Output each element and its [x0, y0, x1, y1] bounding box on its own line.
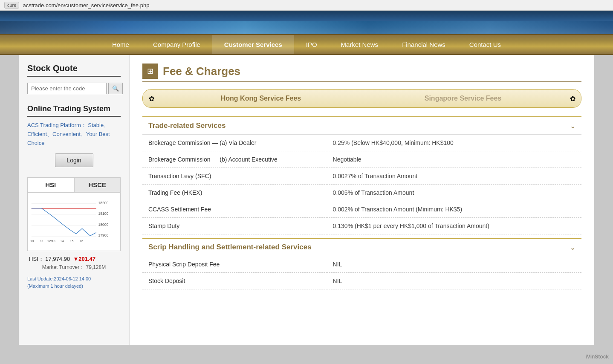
section-title-trade-related: Trade-related Services	[148, 121, 226, 130]
service-name: Physical Scrip Deposit Fee	[142, 256, 327, 273]
service-fee: NIL	[327, 273, 581, 289]
table-row: Trading Fee (HKEX)0.005% of Transaction …	[142, 185, 581, 201]
content-area: ⊞ Fee & Charges ✿ Hong Kong Service Fees…	[130, 55, 594, 345]
stock-quote-divider	[27, 76, 121, 77]
svg-text:10: 10	[30, 239, 34, 243]
stock-search-input[interactable]	[27, 83, 107, 94]
svg-text:15: 15	[70, 239, 73, 243]
chevron-icon-trade-related: ⌄	[570, 122, 575, 130]
nav-link-home[interactable]: Home	[100, 35, 141, 54]
table-row: CCASS Settlement Fee0.002% of Transactio…	[142, 201, 581, 218]
tab-sg-fees[interactable]: Singapore Service Fees	[362, 90, 564, 107]
nav-link-customer-services[interactable]: Customer Services	[212, 35, 294, 54]
service-fee: 0.130% (HK$1 per every HK$1,000 of Trans…	[327, 218, 581, 234]
nav-item-customer-services: Customer Services	[212, 35, 294, 54]
nav-link-contact-us[interactable]: Contact Us	[457, 35, 513, 54]
section-trade-related: Trade-related Services⌄Brokerage Commiss…	[142, 116, 581, 234]
hsi-value-row: HSI： 17,974.90 ▼201.47	[27, 255, 121, 263]
service-fee-tabs: ✿ Hong Kong Service Fees Singapore Servi…	[142, 89, 581, 108]
ots-title: Online Trading System	[27, 104, 121, 113]
nav-item-home: Home	[100, 35, 141, 54]
svg-text:14: 14	[60, 239, 64, 243]
service-fee: 0.25% (Below HK$40,000, Minimum: HK$100	[327, 135, 581, 151]
hsi-change: ▼201.47	[73, 256, 95, 262]
address-bar: cure acstrade.com/en/customer_service/se…	[0, 0, 613, 11]
svg-text:18200: 18200	[98, 201, 109, 205]
table-row: Brokerage Commission — (a) Via Dealer0.2…	[142, 135, 581, 151]
watermark: iVinStock	[586, 354, 609, 360]
index-tabs: HSI HSCE	[27, 177, 121, 192]
svg-text:18000: 18000	[98, 222, 109, 227]
hsi-chart: 18200 18100 18000 17900 10 11 12/13 14 1…	[27, 192, 121, 251]
svg-text:17900: 17900	[98, 234, 109, 238]
svg-text:16: 16	[80, 239, 83, 243]
section-scrip-handling: Scrip Handling and Settlement-related Se…	[142, 238, 581, 289]
service-name: Brokerage Commission — (b) Account Execu…	[142, 151, 327, 168]
secure-badge: cure	[4, 2, 19, 9]
nav-link-financial-news[interactable]: Financial News	[390, 35, 457, 54]
service-fee: 0.0027% of Transaction Amount	[327, 168, 581, 185]
turnover-value: 79,128M	[86, 264, 106, 270]
ots-description: ACS Trading Platform： Stable、Efficient、C…	[27, 121, 121, 147]
header-banner	[0, 11, 613, 34]
turnover-label: Market Turnover：	[42, 264, 84, 270]
stock-search-row: 🔍	[27, 83, 121, 94]
table-row: Stock DepositNIL	[142, 273, 581, 289]
table-row: Stamp Duty0.130% (HK$1 per every HK$1,00…	[142, 218, 581, 234]
page-title-row: ⊞ Fee & Charges	[142, 64, 581, 79]
hsi-number: 17,974.90	[45, 256, 70, 262]
fee-table-trade-related: Brokerage Commission — (a) Via Dealer0.2…	[142, 135, 581, 234]
login-button[interactable]: Login	[55, 153, 93, 167]
section-header-scrip-handling[interactable]: Scrip Handling and Settlement-related Se…	[142, 238, 581, 256]
service-fee: NIL	[327, 256, 581, 273]
service-fee: 0.005% of Transaction Amount	[327, 185, 581, 201]
nav-link-ipo[interactable]: IPO	[294, 35, 329, 54]
nav-item-market-news: Market News	[329, 35, 390, 54]
svg-text:12/13: 12/13	[47, 239, 55, 243]
chart-svg: 18200 18100 18000 17900 10 11 12/13 14 1…	[29, 196, 119, 247]
service-fee: 0.002% of Transaction Amount (Minimum: H…	[327, 201, 581, 218]
service-name: Stamp Duty	[142, 218, 327, 234]
service-name: Brokerage Commission — (a) Via Dealer	[142, 135, 327, 151]
nav-item-financial-news: Financial News	[390, 35, 457, 54]
url-display: acstrade.com/en/customer_service/service…	[23, 2, 149, 9]
ots-divider	[27, 116, 121, 117]
nav-link-company-profile[interactable]: Company Profile	[141, 35, 212, 54]
fee-sections: Trade-related Services⌄Brokerage Commiss…	[142, 116, 581, 289]
nav-item-company-profile: Company Profile	[141, 35, 212, 54]
tab-hsi[interactable]: HSI	[27, 177, 74, 192]
page-title-icon: ⊞	[142, 64, 158, 79]
page-title: Fee & Charges	[163, 65, 240, 78]
main-container: Stock Quote 🔍 Online Trading System ACS …	[19, 55, 594, 345]
table-row: Transaction Levy (SFC)0.0027% of Transac…	[142, 168, 581, 185]
table-row: Physical Scrip Deposit FeeNIL	[142, 256, 581, 273]
chevron-icon-scrip-handling: ⌄	[570, 243, 575, 251]
table-row: Brokerage Commission — (b) Account Execu…	[142, 151, 581, 168]
sidebar: Stock Quote 🔍 Online Trading System ACS …	[19, 55, 130, 345]
nav-item-contact-us: Contact Us	[457, 35, 513, 54]
section-header-trade-related[interactable]: Trade-related Services⌄	[142, 116, 581, 135]
section-title-scrip-handling: Scrip Handling and Settlement-related Se…	[148, 243, 312, 251]
hsi-label: HSI：	[29, 256, 44, 262]
market-turnover: Market Turnover： 79,128M	[27, 264, 121, 271]
last-update: Last Update:2024-06-12 14:00 (Maximum 1 …	[27, 275, 121, 289]
service-name: Trading Fee (HKEX)	[142, 185, 327, 201]
tab-hk-fees[interactable]: Hong Kong Service Fees	[160, 90, 362, 107]
nav-link-market-news[interactable]: Market News	[329, 35, 390, 54]
stock-quote-title: Stock Quote	[27, 64, 121, 73]
service-fee: Negotiable	[327, 151, 581, 168]
fee-table-scrip-handling: Physical Scrip Deposit FeeNILStock Depos…	[142, 256, 581, 289]
tab-ornament-left: ✿	[143, 90, 160, 107]
stock-search-button[interactable]: 🔍	[108, 83, 123, 94]
page-title-underline	[142, 81, 581, 82]
tab-ornament-right: ✿	[564, 90, 581, 107]
main-nav: HomeCompany ProfileCustomer ServicesIPOM…	[0, 34, 613, 55]
service-name: CCASS Settlement Fee	[142, 201, 327, 218]
tab-hsce[interactable]: HSCE	[74, 177, 121, 192]
nav-item-ipo: IPO	[294, 35, 329, 54]
svg-text:11: 11	[40, 239, 43, 243]
svg-text:18100: 18100	[98, 211, 109, 216]
service-name: Transaction Levy (SFC)	[142, 168, 327, 185]
service-name: Stock Deposit	[142, 273, 327, 289]
